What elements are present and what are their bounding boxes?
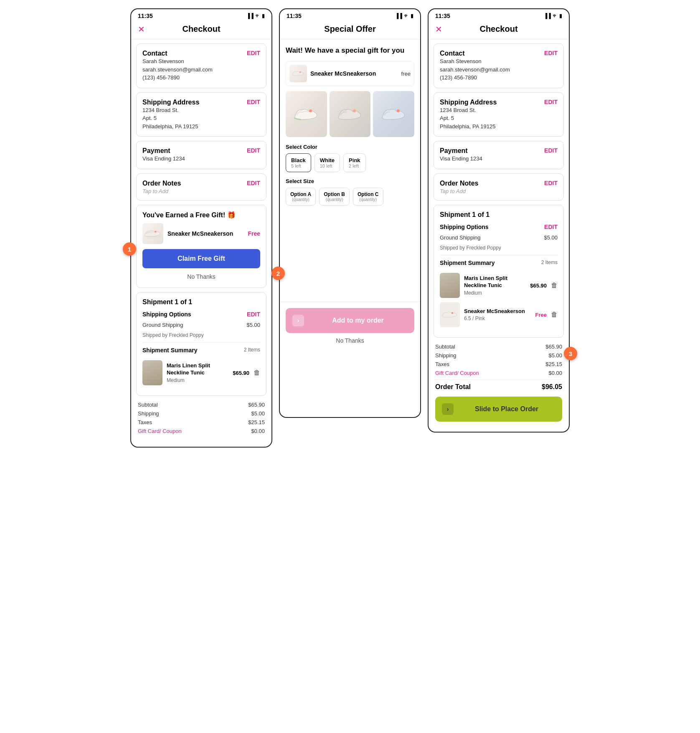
items-count-3: 2 Items (541, 260, 558, 265)
time-2: 11:35 (287, 13, 302, 19)
size-option-a[interactable]: Option A (quantity) (286, 188, 316, 206)
order-notes-edit-3[interactable]: EDIT (544, 180, 558, 186)
shipping-method-row-3: Ground Shipping $5.00 (440, 234, 558, 242)
color-count-pink: 2 left (349, 163, 360, 168)
payment-label-3: Payment (440, 147, 468, 154)
color-option-pink[interactable]: Pink 2 left (343, 153, 365, 172)
shipping-total-label-3: Shipping (435, 352, 457, 359)
color-option-white[interactable]: White 10 left (314, 153, 340, 172)
color-option-black[interactable]: Black 5 left (286, 153, 311, 172)
order-notes-edit-1[interactable]: EDIT (247, 180, 260, 186)
size-qty-b: (quantity) (324, 197, 345, 202)
delete-product-icon-3b[interactable]: 🗑 (551, 311, 558, 318)
taxes-row-1: Taxes $25.15 (138, 419, 265, 425)
free-gift-item-1: Sneaker McSneakerson Free (142, 223, 260, 244)
shipping-price-1: $5.00 (246, 321, 260, 329)
shipping-line1-3: 1234 Broad St. (440, 106, 558, 115)
size-qty-a: (quantity) (290, 197, 311, 202)
contact-label-3: Contact (440, 50, 465, 57)
offer-product-info: Sneaker McSneakerson (289, 65, 376, 82)
slide-to-place-order-button-3[interactable]: › Slide to Place Order (435, 397, 562, 422)
free-gift-title-1: You've Earned a Free Gift! 🎁 (142, 211, 260, 219)
add-to-order-button[interactable]: › Add to my order (286, 308, 414, 333)
taxes-value-1: $25.15 (248, 419, 265, 425)
product-thumbnail-3a (440, 273, 460, 298)
scroll-content-3: Contact EDIT Sarah Stevenson sarah.steve… (429, 39, 569, 432)
add-arrow-icon: › (292, 315, 304, 326)
totals-section-1: Subtotal $65.90 Shipping $5.00 Taxes $25… (136, 400, 266, 438)
product-thumbnail-3b (440, 302, 460, 327)
shipping-options-row-3: Shipping Options EDIT (440, 224, 558, 230)
contact-edit-1[interactable]: EDIT (247, 50, 260, 56)
contact-phone-1: (123) 456-7890 (142, 74, 260, 82)
shipping-options-label-3: Shipping Options (440, 224, 489, 230)
items-count-1: 2 Items (244, 347, 260, 353)
gift-card-value-1: $0.00 (251, 428, 265, 434)
shipping-label-3: Shipping Address (440, 99, 497, 106)
product-name-3b: Sneaker McSneakerson (464, 308, 531, 315)
close-button-3[interactable]: ✕ (435, 24, 442, 34)
color-select-label: Select Color (286, 144, 414, 150)
size-name-c: Option C (358, 191, 379, 197)
gift-card-label-3[interactable]: Gift Card/ Coupon (435, 370, 479, 376)
order-total-row-3: Order Total $96.05 (435, 379, 562, 391)
sneaker-thumbnail-1 (142, 223, 163, 244)
product-image-3b (440, 302, 460, 327)
offer-shoe-img-3 (373, 91, 414, 137)
subtotal-value-3: $65.90 (545, 344, 562, 350)
color-name-white: White (320, 157, 335, 163)
shipping-options-edit-1[interactable]: EDIT (247, 311, 260, 318)
taxes-value-3: $25.15 (545, 361, 562, 367)
product-info-3b: Sneaker McSneakerson 6.5 / Pink (464, 308, 531, 322)
contact-edit-3[interactable]: EDIT (544, 50, 558, 56)
page-title-2: Special Offer (324, 24, 375, 34)
shipment-section-1: Shipment 1 of 1 Shipping Options EDIT Gr… (136, 292, 266, 396)
no-thanks-link-1[interactable]: No Thanks (142, 272, 260, 282)
offer-content: Wait! We have a special gift for you Sne… (280, 39, 420, 218)
offer-product-row: Sneaker McSneakerson free (286, 61, 414, 86)
product-variant-3a: Medium (464, 290, 526, 296)
subtotal-row-3: Subtotal $65.90 (435, 344, 562, 350)
offer-image-1 (286, 91, 327, 137)
offer-image-3 (373, 91, 414, 137)
size-option-c[interactable]: Option C (quantity) (353, 188, 383, 206)
contact-email-1: sarah.stevenson@gmail.com (142, 66, 260, 74)
color-count-white: 10 left (320, 163, 335, 168)
payment-edit-3[interactable]: EDIT (544, 147, 558, 154)
order-notes-label-3: Order Notes (440, 180, 478, 187)
wifi-icon: ᯤ (255, 13, 260, 19)
shipping-edit-3[interactable]: EDIT (544, 99, 558, 105)
shipping-edit-1[interactable]: EDIT (247, 99, 260, 105)
gift-card-value-3: $0.00 (548, 370, 562, 376)
shipping-options-label-1: Shipping Options (142, 311, 191, 318)
size-option-b[interactable]: Option B (quantity) (319, 188, 350, 206)
shipping-line3-1: Philadelphia, PA 19125 (142, 122, 260, 131)
product-variant-1: Medium (167, 377, 228, 383)
order-notes-placeholder-1[interactable]: Tap to Add (142, 188, 260, 194)
payment-edit-1[interactable]: EDIT (247, 147, 260, 154)
shipping-options-edit-3[interactable]: EDIT (544, 224, 558, 230)
color-select-section: Select Color Black 5 left White 10 left … (286, 144, 414, 172)
gift-card-label-1[interactable]: Gift Card/ Coupon (138, 428, 182, 434)
scroll-content-1: Contact EDIT Sarah Stevenson sarah.steve… (131, 39, 271, 447)
order-notes-section-1: Order Notes EDIT Tap to Add (136, 173, 266, 201)
order-notes-section-3: Order Notes EDIT Tap to Add (434, 173, 564, 201)
status-icons-2: ▐▐ ᯤ ▮ (395, 13, 413, 19)
offer-no-thanks[interactable]: No Thanks (286, 337, 414, 344)
summary-label-1: Shipment Summary (142, 347, 197, 354)
wifi-icon-2: ᯤ (404, 13, 409, 19)
header-1: ✕ Checkout (131, 21, 271, 39)
subtotal-value-1: $65.90 (248, 402, 265, 408)
order-notes-placeholder-3[interactable]: Tap to Add (440, 188, 558, 194)
delete-product-icon-1[interactable]: 🗑 (254, 369, 260, 377)
offer-image-2 (330, 91, 371, 137)
shipping-section-1: Shipping Address EDIT 1234 Broad St. Apt… (136, 92, 266, 137)
close-button-1[interactable]: ✕ (138, 24, 145, 34)
claim-free-gift-button-1[interactable]: Claim Free Gift (142, 249, 260, 268)
product-info-1: Maris Linen Split Neckline Tunic Medium (167, 362, 228, 383)
screen1-checkout: 11:35 ▐▐ ᯤ ▮ ✕ Checkout Contact EDIT Sar… (130, 8, 272, 448)
delete-product-icon-3a[interactable]: 🗑 (551, 282, 558, 289)
offer-headline: Wait! We have a special gift for you (286, 46, 414, 55)
payment-value-1: Visa Ending 1234 (142, 155, 260, 163)
time-3: 11:35 (435, 13, 450, 19)
